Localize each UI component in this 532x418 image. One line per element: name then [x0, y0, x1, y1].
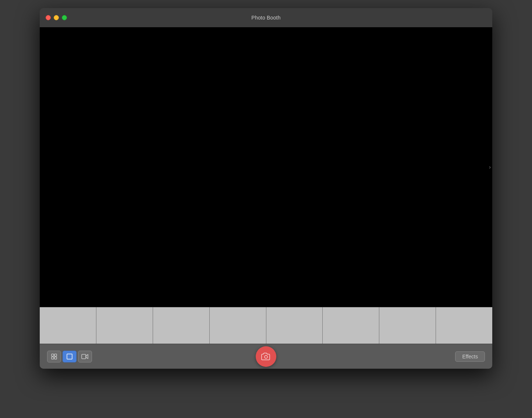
close-button[interactable] — [46, 15, 51, 20]
video-mode-button[interactable] — [78, 351, 92, 362]
camera-viewport: › — [40, 27, 492, 307]
toolbar: Effects — [40, 344, 492, 369]
svg-rect-0 — [52, 354, 54, 356]
photo-thumbnail[interactable] — [153, 307, 210, 344]
effects-button[interactable]: Effects — [455, 351, 485, 362]
photo-thumbnail[interactable] — [266, 307, 323, 344]
maximize-button[interactable] — [62, 15, 67, 20]
toolbar-center — [256, 346, 276, 367]
photo-thumbnail[interactable] — [40, 307, 96, 344]
photo-thumbnail[interactable] — [96, 307, 153, 344]
svg-rect-1 — [54, 354, 57, 356]
photo-strip — [40, 307, 492, 344]
photo-thumbnail[interactable] — [379, 307, 436, 344]
toolbar-right: Effects — [455, 351, 485, 362]
capture-button[interactable] — [256, 346, 276, 367]
mode-buttons — [47, 351, 92, 362]
svg-rect-4 — [67, 354, 72, 359]
photo-thumbnail[interactable] — [210, 307, 266, 344]
photo-thumbnail[interactable] — [436, 307, 492, 344]
traffic-lights — [46, 15, 67, 20]
titlebar: Photo Booth — [40, 8, 492, 27]
svg-rect-2 — [52, 357, 54, 359]
svg-rect-5 — [82, 354, 86, 359]
single-mode-button[interactable] — [63, 351, 77, 362]
minimize-button[interactable] — [54, 15, 59, 20]
photo-thumbnail[interactable] — [323, 307, 379, 344]
grid-mode-button[interactable] — [47, 351, 61, 362]
scroll-right-arrow[interactable]: › — [489, 164, 491, 170]
window: Photo Booth › — [40, 8, 492, 369]
svg-point-6 — [265, 355, 267, 358]
window-title: Photo Booth — [251, 15, 280, 21]
svg-rect-3 — [54, 357, 57, 359]
